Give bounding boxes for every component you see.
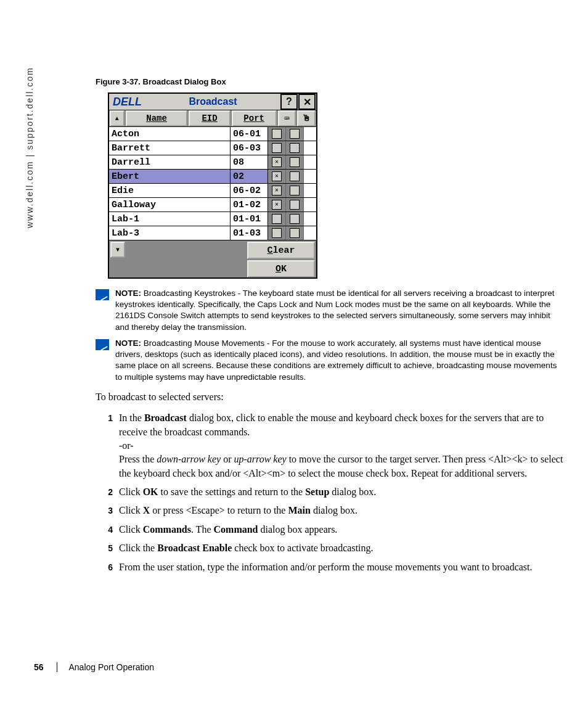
- scroll-down-icon[interactable]: ▼: [110, 242, 125, 258]
- table-row[interactable]: Edie06-02✕: [109, 184, 316, 198]
- mouse-checkbox[interactable]: [286, 127, 304, 141]
- sidebar-url: www.dell.com | support.dell.com: [25, 67, 35, 228]
- keyboard-checkbox[interactable]: ✕: [268, 198, 286, 211]
- keyboard-checkbox[interactable]: [268, 226, 286, 240]
- mouse-icon: 🖱: [297, 110, 316, 126]
- dell-logo: DELL: [109, 96, 145, 109]
- keyboard-checkbox[interactable]: ✕: [268, 170, 286, 183]
- note-text: NOTE: Broadcasting Mouse Movements - For…: [115, 338, 563, 383]
- clear-button[interactable]: Clear: [247, 242, 315, 259]
- keyboard-checkbox[interactable]: [268, 212, 286, 226]
- cell-name: Edie: [109, 184, 231, 197]
- step-body: Click X or press <Escape> to return to t…: [119, 504, 563, 517]
- header-eid[interactable]: EID: [189, 110, 230, 126]
- page-footer: 56 Analog Port Operation: [34, 662, 154, 672]
- note-icon: [96, 289, 109, 300]
- cell-name: Acton: [109, 127, 231, 141]
- step-item: 4Click Commands. The Command dialog box …: [96, 523, 563, 536]
- step-item: 6From the user station, type the informa…: [96, 560, 563, 574]
- cell-name: Lab-3: [109, 226, 231, 240]
- header-name[interactable]: Name: [126, 110, 188, 126]
- cell-port: 06-01: [231, 127, 268, 141]
- step-body: From the user station, type the informat…: [119, 560, 563, 574]
- step-number: 5: [96, 541, 119, 555]
- mouse-checkbox[interactable]: [286, 212, 304, 226]
- mouse-checkbox[interactable]: [286, 198, 304, 211]
- mouse-checkbox[interactable]: [286, 170, 304, 183]
- step-item: 1In the Broadcast dialog box, click to e…: [96, 411, 563, 480]
- header-port[interactable]: Port: [232, 110, 277, 126]
- step-number: 1: [96, 411, 119, 480]
- table-row[interactable]: Barrett06-03: [109, 141, 316, 155]
- step-body: In the Broadcast dialog box, click to en…: [119, 411, 563, 480]
- keyboard-checkbox[interactable]: ✕: [268, 155, 286, 169]
- keyboard-checkbox[interactable]: [268, 127, 286, 141]
- cell-port: 06-02: [231, 184, 268, 197]
- broadcast-dialog: DELL Broadcast ? ✕ ▲ Name EID Port ⌨ 🖱 A…: [108, 92, 317, 279]
- scroll-up-icon[interactable]: ▲: [110, 110, 125, 126]
- server-list: Acton06-01Barrett06-03Darrell08✕Ebert02✕…: [109, 127, 316, 240]
- mouse-checkbox[interactable]: [286, 226, 304, 240]
- step-item: 2Click OK to save the settings and retur…: [96, 485, 563, 499]
- table-row[interactable]: Darrell08✕: [109, 155, 316, 170]
- table-row[interactable]: Lab-301-03: [109, 226, 316, 240]
- step-body: Click Commands. The Command dialog box a…: [119, 523, 563, 536]
- steps-list: 1In the Broadcast dialog box, click to e…: [96, 411, 563, 574]
- intro-text: To broadcast to selected servers:: [96, 390, 563, 404]
- note-block: NOTE: Broadcasting Keystrokes - The keyb…: [96, 288, 563, 333]
- cell-port: 02: [231, 170, 268, 183]
- keyboard-checkbox[interactable]: [268, 141, 286, 155]
- step-number: 2: [96, 485, 119, 499]
- cell-port: 01-03: [231, 226, 268, 240]
- step-number: 3: [96, 504, 119, 517]
- table-row[interactable]: Galloway01-02✕: [109, 198, 316, 212]
- cell-name: Barrett: [109, 141, 231, 155]
- column-headers: ▲ Name EID Port ⌨ 🖱: [109, 110, 316, 127]
- table-row[interactable]: Ebert02✕: [109, 170, 316, 184]
- note-block: NOTE: Broadcasting Mouse Movements - For…: [96, 338, 563, 383]
- help-button[interactable]: ?: [280, 94, 298, 110]
- cell-port: 01-01: [231, 212, 268, 226]
- page-number: 56: [34, 662, 44, 672]
- keyboard-checkbox[interactable]: ✕: [268, 184, 286, 197]
- keyboard-icon: ⌨: [278, 110, 296, 126]
- dialog-title: Broadcast: [145, 96, 280, 107]
- step-item: 3Click X or press <Escape> to return to …: [96, 504, 563, 517]
- note-text: NOTE: Broadcasting Keystrokes - The keyb…: [115, 288, 563, 333]
- table-row[interactable]: Acton06-01: [109, 127, 316, 141]
- cell-name: Lab-1: [109, 212, 231, 226]
- cell-port: 08: [231, 155, 268, 169]
- close-button[interactable]: ✕: [298, 94, 316, 110]
- step-body: Click the Broadcast Enable check box to …: [119, 541, 563, 555]
- cell-name: Ebert: [109, 170, 231, 183]
- cell-port: 06-03: [231, 141, 268, 155]
- ok-button[interactable]: OK: [247, 260, 315, 277]
- note-icon: [96, 339, 109, 350]
- cell-port: 01-02: [231, 198, 268, 211]
- cell-name: Darrell: [109, 155, 231, 169]
- step-body: Click OK to save the settings and return…: [119, 485, 563, 499]
- table-row[interactable]: Lab-101-01: [109, 212, 316, 226]
- mouse-checkbox[interactable]: [286, 155, 304, 169]
- mouse-checkbox[interactable]: [286, 141, 304, 155]
- step-number: 6: [96, 560, 119, 574]
- figure-caption: Figure 3-37. Broadcast Dialog Box: [96, 77, 563, 86]
- cell-name: Galloway: [109, 198, 231, 211]
- mouse-checkbox[interactable]: [286, 184, 304, 197]
- step-number: 4: [96, 523, 119, 536]
- step-item: 5Click the Broadcast Enable check box to…: [96, 541, 563, 555]
- dialog-titlebar: DELL Broadcast ? ✕: [109, 94, 316, 110]
- footer-section: Analog Port Operation: [57, 662, 154, 672]
